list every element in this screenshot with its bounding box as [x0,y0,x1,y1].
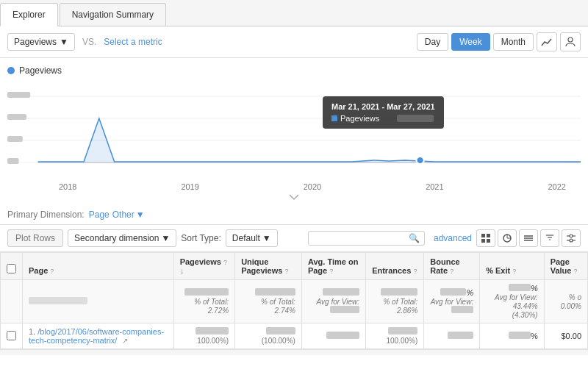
col-pageviews-help-icon[interactable]: ? [223,259,227,266]
select-all-checkbox[interactable] [7,264,16,273]
col-unique-help-icon[interactable]: ? [284,268,288,275]
total-pageviews-cell: % of Total: 2.72% [173,280,235,323]
vs-label: VS. [82,37,96,47]
advanced-link[interactable]: advanced [434,233,472,243]
page-dimension-link[interactable]: Page [89,210,110,220]
line-chart-icon [541,37,553,47]
week-button[interactable]: Week [451,33,490,51]
total-checkbox-cell [1,280,23,323]
col-exit-label: % Exit [486,266,510,275]
dimension-row: Primary Dimension: Page Other ▼ [0,205,588,225]
col-exit-help-icon[interactable]: ? [512,268,516,275]
col-entrances-help-icon[interactable]: ? [413,268,417,275]
total-value-cell: % o 0.00% [544,280,587,323]
table-row: 1. /blog/2017/06/software-companies-tech… [1,323,588,349]
grid-view-button[interactable] [476,229,495,247]
row1-pageviews-cell: 100.00%) [173,323,235,349]
x-label-2021: 2021 [426,182,443,191]
x-axis-labels: 2018 2019 2020 2021 2022 [7,181,581,193]
total-bounce-label: Avg for View: [431,298,474,306]
filter-view-button[interactable] [540,229,559,247]
secondary-dim-arrow-icon: ▼ [161,233,170,243]
sort-arrow-icon: ▼ [262,233,271,243]
settings-view-button[interactable] [562,229,581,247]
user-chart-button[interactable] [560,32,581,51]
tabs-bar: Explorer Navigation Summary [0,0,588,26]
total-page-cell [23,280,174,323]
sort-type-label: Sort Type: [181,233,220,243]
total-bounce-cell: % Avg for View: [424,280,480,323]
col-unique-label: Unique Pageviews [241,257,282,275]
col-avgtime-help-icon[interactable]: ? [329,268,333,275]
other-label: Other [112,210,135,220]
col-pagevalue-help-icon[interactable]: ? [573,268,577,275]
total-unique-cell: % of Total: 2.74% [235,280,302,323]
metric-dropdown[interactable]: Pageviews ▼ [7,33,75,51]
svg-rect-7 [7,136,23,142]
row1-bounce-cell [424,323,480,349]
x-label-2019: 2019 [181,182,198,191]
list-view-button[interactable] [519,229,538,247]
row1-page-link[interactable]: /blog/2017/06/software-companies-tech-co… [29,327,164,345]
tooltip-color-square [331,115,337,121]
row1-checkbox[interactable] [7,331,16,340]
time-controls: Day Week Month [417,32,581,51]
svg-rect-13 [487,234,490,237]
th-checkbox [1,253,23,280]
tab-navigation-summary[interactable]: Navigation Summary [60,3,166,26]
user-icon [564,37,576,47]
secondary-dimension-dropdown[interactable]: Secondary dimension ▼ [68,229,176,247]
th-entrances: Entrances ? [366,253,424,280]
tab-explorer[interactable]: Explorer [0,3,58,26]
svg-point-11 [416,157,423,164]
chart-svg [7,82,581,177]
table-total-row: % of Total: 2.72% % of Total: 2.74% Avg … [1,280,588,323]
data-table: Page ? Pageviews ? ↓ Unique Pageviews ? … [0,252,588,349]
horizontal-scrollbar[interactable] [0,349,588,355]
x-label-2018: 2018 [59,182,76,191]
sort-default-label: Default [232,233,260,243]
legend-label: Pageviews [19,65,62,76]
total-exit-detail: Avg for View: 43.44% (4.30%) [495,293,538,319]
view-buttons [476,229,581,247]
day-button[interactable]: Day [417,33,448,51]
svg-point-0 [568,37,573,42]
select-metric-link[interactable]: Select a metric [104,37,162,47]
svg-rect-8 [7,158,19,164]
svg-rect-5 [7,92,30,98]
pie-view-button[interactable] [498,229,517,247]
svg-rect-14 [481,239,485,243]
col-bounce-help-icon[interactable]: ? [450,268,453,275]
line-chart-button[interactable] [537,32,557,51]
svg-rect-15 [487,239,490,243]
month-button[interactable]: Month [493,33,534,51]
tooltip-value [397,115,434,122]
row1-page-cell: 1. /blog/2017/06/software-companies-tech… [23,323,174,349]
th-page: Page ? [23,253,174,280]
th-avg-time: Avg. Time on Page ? [301,253,365,280]
x-label-2020: 2020 [304,182,321,191]
total-exit-cell: % Avg for View: 43.44% (4.30%) [480,280,544,323]
sort-arrow-icon: ↓ [180,266,184,275]
total-entrances-cell: % of Total: 2.86% [366,280,424,323]
plot-rows-button[interactable]: Plot Rows [7,229,63,247]
total-avgtime-label: Avg for View: [317,298,360,306]
row1-pageviews-pct: 100.00%) [197,337,229,345]
dimension-label: Primary Dimension: [7,210,85,220]
search-box[interactable]: 🔍 [308,231,425,246]
row1-checkbox-cell [1,323,23,349]
search-input[interactable] [313,233,409,243]
svg-rect-6 [7,114,26,120]
table-container: Page ? Pageviews ? ↓ Unique Pageviews ? … [0,252,588,349]
col-page-help-icon[interactable]: ? [50,268,54,275]
th-page-value: Page Value ? [544,253,587,280]
secondary-dim-label: Secondary dimension [74,233,159,243]
th-pageviews[interactable]: Pageviews ? ↓ [173,253,235,280]
svg-point-29 [570,239,573,242]
dropdown-arrow-icon: ▼ [60,37,68,47]
other-dimension-btn[interactable]: Other ▼ [112,210,145,220]
scroll-indicator[interactable] [7,193,581,203]
table-header-row: Page ? Pageviews ? ↓ Unique Pageviews ? … [1,253,588,280]
chart-tooltip: Mar 21, 2021 - Mar 27, 2021 Pageviews [323,96,444,129]
sort-type-dropdown[interactable]: Default ▼ [226,229,278,247]
